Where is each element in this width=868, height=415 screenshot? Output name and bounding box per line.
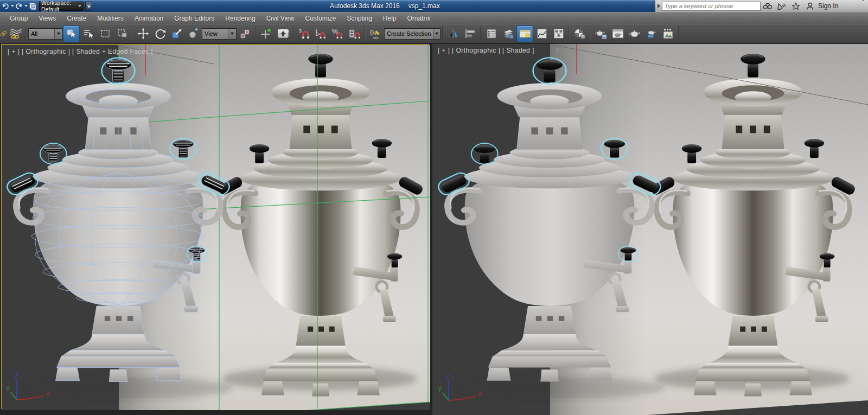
space-warp-icon [9,28,22,40]
reference-coordinate-system-select[interactable]: View [202,28,237,40]
select-and-manipulate-button[interactable] [258,25,275,42]
select-by-name-button[interactable] [80,25,97,42]
select-by-name-icon [82,28,94,40]
chevron-down-icon [861,0,865,10]
render-production-button[interactable] [626,25,643,42]
workspace-select[interactable]: Workspace: Default [39,2,84,11]
window-title: Autodesk 3ds Max 2016 vsp_1.max [330,0,440,12]
schematic-view-icon [553,28,565,40]
menu-ornatrix[interactable]: Ornatrix [402,12,436,24]
mirror-icon [448,28,459,40]
chevron-down-icon [78,5,81,7]
rectangular-selection-region-button[interactable] [97,25,113,42]
select-and-rotate-button[interactable] [151,25,168,42]
viewport-label[interactable]: [ + ] [ Orthographic ] [ Shaded ] [438,47,534,54]
toolbar-separator [293,26,294,41]
project-folder-button[interactable] [28,1,37,11]
select-and-link-button[interactable] [0,25,7,42]
menu-animation[interactable]: Animation [129,12,169,24]
render-teapot-icon [628,28,641,40]
select-object-button[interactable] [63,25,80,42]
select-object-icon [66,28,78,40]
chevron-down-icon [24,5,28,7]
curve-editor-button[interactable] [533,25,550,42]
select-and-move-button[interactable] [135,25,151,42]
menu-help[interactable]: Help [378,12,402,24]
undo-button[interactable] [1,1,10,11]
communication-center-button[interactable] [775,0,789,12]
project-folder-icon [29,2,37,10]
angle-snap-icon [315,28,328,40]
render-setup-button[interactable] [592,25,609,42]
infocenter-expand-button[interactable] [655,0,662,12]
menu-create[interactable]: Create [61,12,92,24]
ribbon-window-icon [519,28,532,40]
axis-y-label: y [556,46,559,52]
viewport-label[interactable]: [ + ] [ Orthographic ] [ Shaded + Edged … [8,48,153,55]
menu-customize[interactable]: Customize [299,12,341,24]
workspace-value: Workspace: Default [41,0,78,12]
rotate-icon [154,28,166,40]
use-pivot-point-center-button[interactable] [237,25,253,42]
mirror-button[interactable] [445,25,462,42]
menu-modifiers[interactable]: Modifiers [92,12,129,24]
selection-filter-select[interactable]: All [28,28,63,40]
viewport-left-orthographic[interactable]: y x Z X Y [ + ] [ Orthographic ] [ Shade… [1,44,429,409]
spinner-snap-button[interactable] [346,25,363,42]
stacked-sheets-icon [502,28,515,40]
menu-graph-editors[interactable]: Graph Editors [169,12,220,24]
toggle-ribbon-button[interactable] [516,25,533,42]
manage-layers-button[interactable] [483,25,500,42]
toolbar-separator [590,26,591,41]
render-gallery-button[interactable] [660,25,676,42]
sign-in-button[interactable] [803,0,817,12]
rendered-frame-window-button[interactable] [609,25,626,42]
quick-access-toolbar: Workspace: Default [1,1,92,11]
select-and-scale-button[interactable] [168,25,185,42]
gizmo-z-label: Z [446,373,450,379]
infocenter-menu-button[interactable] [861,1,865,11]
select-and-place-button[interactable] [185,25,202,42]
quick-access-customize-button[interactable] [85,2,92,11]
rectangular-region-icon [99,28,111,40]
material-editor-button[interactable] [571,25,588,42]
gizmo-y-label: Y [438,386,442,393]
toggle-scene-explorer-button[interactable] [500,25,516,42]
curve-editor-icon [536,28,548,40]
arrow-right-icon [658,4,660,8]
3ds-max-window: Workspace: Default Autodesk 3ds Max 2016… [0,0,868,415]
pivot-center-icon [239,28,251,40]
viewport-right-scene: y x Z X Y [ + ] [ Orthographic ] [ Shade… [432,44,868,415]
schematic-view-button[interactable] [550,25,567,42]
edit-named-selection-sets-button[interactable]: {}ABC [367,25,384,42]
favorites-button[interactable] [789,0,803,12]
sign-in-label[interactable]: Sign In [818,2,838,10]
menu-civil-view[interactable]: Civil View [261,12,300,24]
menu-scripting[interactable]: Scripting [341,12,378,24]
viewport-left-scene: y x Z X Y [ + ] [ Orthographic ] [ Shade… [2,45,430,410]
window-crossing-toggle-button[interactable] [113,25,130,42]
keyboard-shortcut-override-button[interactable] [275,25,291,42]
gizmo-z-label: Z [15,372,18,379]
menu-rendering[interactable]: Rendering [220,12,260,24]
search-button[interactable] [761,0,775,12]
bind-to-space-warp-button[interactable] [7,25,24,42]
snaps-toggle-button[interactable]: 3 [296,25,312,42]
render-in-cloud-button[interactable] [643,25,660,42]
angle-snap-button[interactable] [312,25,329,42]
redo-dropdown[interactable] [23,1,28,11]
scale-icon [171,28,183,40]
render-in-cloud-icon [645,28,658,40]
redo-button[interactable] [15,1,23,11]
menu-group[interactable]: Group [4,12,33,24]
gizmo-x-label: X [46,390,50,397]
chevron-down-icon [11,5,14,7]
menu-views[interactable]: Views [33,12,61,24]
named-selection-sets-select[interactable]: Create Selection Se [384,28,441,40]
favorites-star-icon [792,2,800,10]
percent-snap-button[interactable]: % [329,25,346,42]
align-button[interactable] [462,25,478,42]
search-input[interactable] [662,2,761,11]
undo-dropdown[interactable] [10,1,15,11]
viewport-right-orthographic[interactable]: y x Z X Y [ + ] [ Orthographic ] [ Shade… [432,44,868,415]
